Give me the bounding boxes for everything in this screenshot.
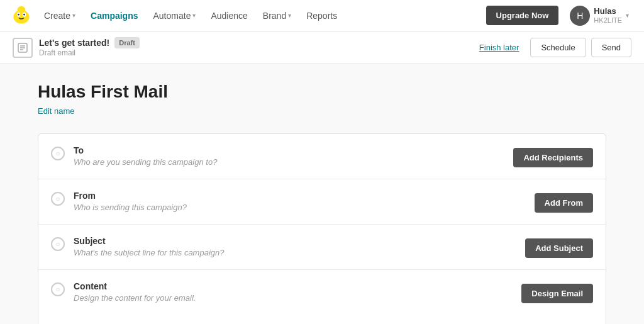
add-from-button[interactable]: Add From (535, 193, 593, 213)
upgrade-now-button[interactable]: Upgrade Now (486, 6, 559, 25)
nav-create[interactable]: Create ▾ (38, 7, 82, 25)
nav-campaigns[interactable]: Campaigns (84, 7, 144, 25)
nav-links: Create ▾ Campaigns Automate ▾ Audience B… (38, 7, 481, 25)
from-status-icon: ○ (51, 192, 65, 206)
add-recipients-button[interactable]: Add Recipients (513, 148, 593, 167)
user-menu[interactable]: H Hulas HK2LITE ▾ (565, 3, 634, 28)
add-subject-button[interactable]: Add Subject (525, 238, 593, 258)
main-content: Hulas First Mail Edit name ○ To Who are … (0, 64, 644, 324)
subheader-left: Let's get started! Draft Draft email (13, 37, 140, 59)
content-status-icon: ○ (51, 282, 65, 296)
draft-title: Let's get started! Draft (39, 37, 140, 48)
svg-point-5 (23, 13, 25, 15)
subject-status-icon: ○ (51, 237, 65, 251)
mailchimp-logo[interactable] (10, 4, 33, 27)
from-action: Add From (535, 193, 593, 213)
svg-point-4 (18, 13, 19, 15)
subject-body: Subject What's the subject line for this… (74, 236, 516, 257)
avatar: H (570, 6, 590, 26)
user-info: Hulas HK2LITE (594, 6, 622, 25)
schedule-button[interactable]: Schedule (530, 38, 586, 57)
nav-right: Upgrade Now H Hulas HK2LITE ▾ (486, 3, 634, 28)
draft-info: Let's get started! Draft Draft email (39, 37, 140, 59)
to-status-icon: ○ (51, 147, 65, 160)
edit-name-link[interactable]: Edit name (38, 106, 75, 116)
subheader-right: Finish later Schedule Send (473, 38, 631, 57)
finish-later-button[interactable]: Finish later (473, 39, 526, 56)
create-chevron-icon: ▾ (72, 12, 75, 19)
subject-row: ○ Subject What's the subject line for th… (38, 225, 606, 270)
nav-audience[interactable]: Audience (204, 7, 253, 25)
automate-chevron-icon: ▾ (192, 12, 196, 19)
top-navigation: Create ▾ Campaigns Automate ▾ Audience B… (0, 0, 644, 31)
campaign-title: Hulas First Mail (38, 82, 606, 102)
campaign-card: ○ To Who are you sending this campaign t… (38, 133, 606, 324)
subheader: Let's get started! Draft Draft email Fin… (0, 31, 644, 64)
content-row: ○ Content Design the content for your em… (38, 270, 606, 324)
nav-brand[interactable]: Brand ▾ (257, 7, 297, 25)
from-row: ○ From Who is sending this campaign? Add… (38, 179, 606, 225)
nav-automate[interactable]: Automate ▾ (147, 7, 203, 25)
to-action: Add Recipients (513, 148, 593, 167)
subject-action: Add Subject (525, 238, 593, 258)
draft-subtitle: Draft email (39, 48, 140, 59)
send-button[interactable]: Send (591, 38, 631, 57)
nav-reports[interactable]: Reports (300, 7, 343, 25)
design-email-button[interactable]: Design Email (521, 284, 593, 303)
draft-icon (13, 38, 33, 58)
draft-badge: Draft (114, 37, 140, 48)
content-body: Content Design the content for your emai… (74, 281, 513, 303)
content-action: Design Email (521, 284, 593, 303)
brand-chevron-icon: ▾ (288, 12, 291, 19)
to-row: ○ To Who are you sending this campaign t… (38, 134, 606, 179)
to-body: To Who are you sending this campaign to? (74, 145, 504, 167)
from-body: From Who is sending this campaign? (74, 191, 526, 212)
user-chevron-icon: ▾ (626, 12, 629, 19)
